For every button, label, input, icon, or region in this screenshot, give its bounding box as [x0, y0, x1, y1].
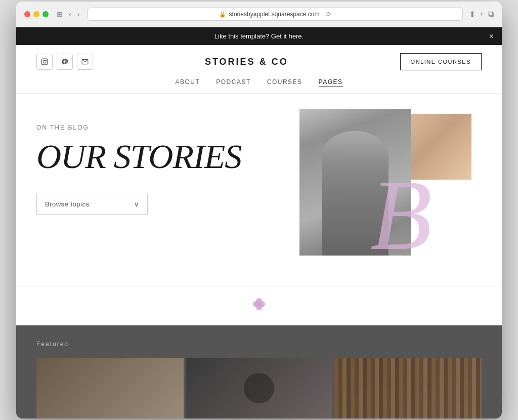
featured-card-2[interactable]: [186, 358, 333, 418]
hero-left: ON THE BLOG OUR STORIES Browse topics ∨: [36, 124, 249, 215]
sidebar-toggle-button[interactable]: ⊞: [55, 9, 65, 19]
new-tab-button[interactable]: +: [480, 10, 484, 19]
url-text: storiesbyapplet.squarespace.com: [229, 11, 320, 18]
on-the-blog-label: ON THE BLOG: [36, 124, 249, 131]
social-icons: [36, 54, 93, 70]
nav-pages[interactable]: PAGES: [319, 78, 343, 87]
nav-about[interactable]: ABOUT: [175, 78, 200, 87]
hero-section: ON THE BLOG OUR STORIES Browse topics ∨ …: [16, 94, 502, 286]
hero-images: B: [299, 109, 471, 271]
notification-bar: Like this template? Get it here. ×: [16, 27, 502, 45]
headphone-circle-1: [244, 373, 274, 403]
close-button[interactable]: [24, 11, 30, 17]
featured-cards: ST: [36, 358, 482, 418]
svg-point-8: [257, 302, 261, 306]
pinterest-button[interactable]: [57, 54, 73, 70]
instagram-button[interactable]: [36, 54, 53, 70]
share-button[interactable]: ⬆: [469, 10, 476, 19]
divider-section: [16, 286, 502, 325]
email-button[interactable]: [77, 54, 93, 70]
clover-icon: [251, 297, 267, 315]
featured-card-1[interactable]: ST: [36, 358, 184, 418]
header-top: STORIES & CO ONLINE COURSES: [36, 45, 482, 74]
notification-close-button[interactable]: ×: [489, 32, 494, 41]
browse-topics-dropdown[interactable]: Browse topics ∨: [36, 194, 148, 215]
browser-window: ⊞ ‹ › 🔒 storiesbyapplet.squarespace.com …: [16, 2, 502, 418]
browse-topics-label: Browse topics: [45, 200, 89, 208]
maximize-button[interactable]: [42, 11, 49, 17]
chevron-down-icon: ∨: [134, 200, 140, 208]
traffic-lights: [24, 11, 49, 17]
nav-courses[interactable]: COURSES: [267, 78, 303, 87]
featured-card-3[interactable]: [334, 358, 482, 418]
site-title: STORIES & CO: [205, 57, 288, 67]
notification-text: Like this template? Get it here.: [214, 32, 304, 40]
back-button[interactable]: ‹: [67, 9, 73, 19]
browser-controls: ⊞ ‹ ›: [55, 9, 81, 19]
browser-actions: ⬆ + ⧉: [469, 10, 494, 19]
svg-rect-0: [41, 59, 48, 65]
featured-label: Featured: [36, 341, 482, 348]
big-b-letter: B: [370, 164, 432, 266]
lock-icon: 🔒: [219, 11, 226, 18]
site-header: STORIES & CO ONLINE COURSES ABOUT PODCAS…: [16, 45, 502, 94]
address-bar[interactable]: 🔒 storiesbyapplet.squarespace.com ⟳: [88, 8, 462, 21]
header-nav: ABOUT PODCAST COURSES PAGES: [36, 74, 482, 93]
svg-point-1: [43, 60, 46, 63]
browser-chrome: ⊞ ‹ › 🔒 storiesbyapplet.squarespace.com …: [16, 2, 502, 27]
online-courses-button[interactable]: ONLINE COURSES: [400, 53, 482, 70]
tabs-button[interactable]: ⧉: [488, 10, 494, 19]
minimize-button[interactable]: [33, 11, 39, 17]
featured-section: Featured ST: [16, 325, 502, 418]
reload-icon[interactable]: ⟳: [326, 11, 331, 18]
nav-podcast[interactable]: PODCAST: [216, 78, 251, 87]
our-stories-title: OUR STORIES: [36, 139, 249, 174]
forward-button[interactable]: ›: [75, 9, 82, 19]
svg-point-2: [46, 60, 47, 60]
